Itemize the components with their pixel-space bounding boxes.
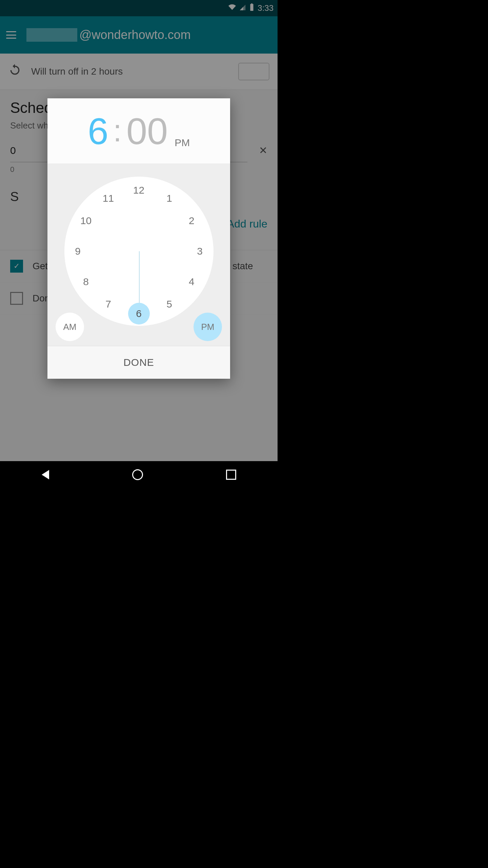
- hour-4[interactable]: 4: [184, 274, 199, 289]
- nav-bar: [0, 461, 278, 488]
- hour-6[interactable]: 6: [128, 303, 150, 324]
- hour-2[interactable]: 2: [184, 213, 199, 228]
- done-button[interactable]: DONE: [123, 357, 154, 368]
- time-colon: :: [113, 114, 122, 149]
- hour-5[interactable]: 5: [162, 297, 177, 312]
- recent-icon[interactable]: [226, 470, 236, 480]
- hour-9[interactable]: 9: [70, 244, 85, 259]
- ampm-display: PM: [175, 137, 190, 149]
- dialog-footer: DONE: [47, 346, 230, 379]
- hour-7[interactable]: 7: [101, 297, 116, 312]
- am-button[interactable]: AM: [56, 313, 84, 341]
- clock-hand: [139, 251, 140, 308]
- hour-1[interactable]: 1: [162, 191, 177, 206]
- back-icon[interactable]: [42, 470, 49, 479]
- clock-face[interactable]: 121234567891011: [64, 177, 214, 326]
- hour-10[interactable]: 10: [79, 213, 94, 228]
- time-display: 6 : 00 PM: [47, 98, 230, 163]
- pm-button[interactable]: PM: [194, 313, 222, 341]
- home-icon[interactable]: [132, 469, 143, 480]
- minute-display[interactable]: 00: [126, 110, 168, 153]
- hour-11[interactable]: 11: [101, 191, 116, 206]
- time-picker-dialog: 6 : 00 PM 121234567891011 AM PM DONE: [47, 98, 230, 379]
- hour-display[interactable]: 6: [88, 110, 108, 153]
- clock-face-container: 121234567891011 AM PM: [47, 163, 230, 346]
- hour-3[interactable]: 3: [192, 244, 207, 259]
- hour-12[interactable]: 12: [131, 183, 146, 198]
- hour-8[interactable]: 8: [79, 274, 94, 289]
